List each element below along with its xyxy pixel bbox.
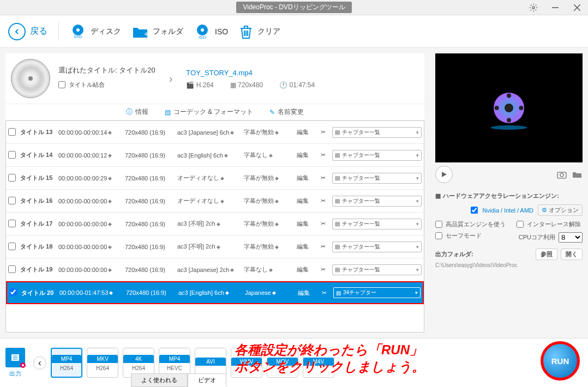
svg-point-9 <box>201 28 204 32</box>
edit-button[interactable]: 編集 <box>292 197 314 205</box>
codec-button[interactable]: ▤コーデック & フォーマット <box>165 107 254 117</box>
cut-icon[interactable]: ✂ <box>316 197 330 204</box>
format-card[interactable]: M4V <box>303 348 334 378</box>
edit-button[interactable]: 編集 <box>292 220 314 228</box>
minimize-button[interactable] <box>544 0 566 15</box>
subtitle-select[interactable]: 字幕が無効◆ <box>244 197 290 205</box>
row-checkbox[interactable] <box>8 220 16 227</box>
cut-icon[interactable]: ✂ <box>316 174 330 182</box>
edit-button[interactable]: 編集 <box>293 289 315 297</box>
cut-icon[interactable]: ✂ <box>317 289 331 297</box>
close-button[interactable] <box>566 0 588 15</box>
play-button[interactable] <box>435 166 453 183</box>
deinterlace-checkbox[interactable] <box>517 221 524 228</box>
output-codec: 🎬 H.264 <box>186 81 213 89</box>
table-row[interactable]: タイトル 17 00:00:00-00:00:00◆ 720x480 (16:9… <box>6 213 424 235</box>
folder-button[interactable]: + フォルダ <box>132 25 183 39</box>
hq-label: 高品質エンジンを使う <box>446 220 506 228</box>
row-checkbox[interactable] <box>8 128 16 136</box>
table-row[interactable]: タイトル 18 00:00:00-00:00:00◆ 720x480 (16:9… <box>6 235 424 258</box>
svg-text:ISO: ISO <box>199 35 206 40</box>
audio-select[interactable]: オーディオなし◆ <box>177 174 242 182</box>
audio-select[interactable]: オーディオなし◆ <box>177 197 242 205</box>
camera-icon[interactable] <box>556 170 567 179</box>
title-duration: 00:00:00-00:00:00◆ <box>58 221 123 227</box>
subtitle-select[interactable]: Japanese◆ <box>245 289 291 296</box>
chapter-button[interactable]: ▤チャプター一覧▾ <box>332 264 422 275</box>
disc-button[interactable]: DVD ディスク <box>70 23 121 40</box>
format-card[interactable]: MKVH264 <box>87 348 118 378</box>
chapter-button[interactable]: ▤チャプター一覧▾ <box>332 219 422 229</box>
scroll-left-button[interactable]: ‹ <box>33 356 46 370</box>
title-name: タイトル 17 <box>20 220 56 228</box>
cpu-cores-select[interactable]: 8 <box>559 232 583 243</box>
cut-icon[interactable]: ✂ <box>316 266 330 273</box>
chapter-button[interactable]: ▤チャプター一覧▾ <box>332 196 422 207</box>
clear-button[interactable]: クリア <box>239 24 280 39</box>
row-checkbox[interactable] <box>9 288 17 296</box>
subtitle-select[interactable]: 字幕が無効◆ <box>244 128 290 136</box>
table-row[interactable]: タイトル 16 00:00:00-00:00:00◆ 720x480 (16:9… <box>6 190 424 213</box>
hw-options-button[interactable]: ⚙オプション <box>538 204 583 216</box>
chapter-button[interactable]: ▤チャプター一覧▾ <box>332 150 422 161</box>
selected-title-label: 選ばれたタイトル: タイトル20 <box>58 65 155 75</box>
format-card[interactable]: WMV <box>231 348 262 378</box>
hw-vendors-checkbox[interactable] <box>471 207 478 214</box>
rename-button[interactable]: ✎名前変更 <box>269 107 304 117</box>
cut-icon[interactable]: ✂ <box>316 152 330 159</box>
subtitle-select[interactable]: 字幕なし◆ <box>244 151 290 159</box>
subtitle-select[interactable]: 字幕が無効◆ <box>244 174 290 182</box>
iso-button[interactable]: ISO ISO <box>194 23 228 40</box>
row-checkbox[interactable] <box>8 174 16 182</box>
tab-popular[interactable]: よく使われる <box>131 373 188 387</box>
subtitle-select[interactable]: 字幕なし◆ <box>244 265 290 274</box>
chapter-button[interactable]: ▤チャプター一覧▾ <box>332 127 422 138</box>
tab-video[interactable]: ビデオ <box>188 373 226 387</box>
edit-button[interactable]: 編集 <box>292 151 314 159</box>
format-card[interactable]: MOV <box>267 348 298 378</box>
svg-point-30 <box>22 364 24 366</box>
info-button[interactable]: ⓘ情報 <box>126 107 148 117</box>
merge-checkbox[interactable] <box>58 81 65 88</box>
subtitle-select[interactable]: 字幕が無効◆ <box>244 243 290 251</box>
audio-select[interactable]: ac3 [Japanese] 6ch◆ <box>177 129 242 136</box>
svg-point-0 <box>532 7 535 9</box>
back-label: 戻る <box>30 26 47 37</box>
browse-button[interactable]: 参照 <box>536 249 557 260</box>
table-row[interactable]: タイトル 13 00:00:00-00:00:14◆ 720x480 (16:9… <box>6 121 424 144</box>
audio-select[interactable]: ac3 [English] 6ch◆ <box>177 152 242 159</box>
cut-icon[interactable]: ✂ <box>316 129 330 136</box>
run-button[interactable]: RUN <box>541 341 580 380</box>
row-checkbox[interactable] <box>8 265 16 273</box>
chapter-button[interactable]: ▤チャプター一覧▾ <box>332 173 422 184</box>
table-row[interactable]: タイトル 20 00:00:00-01:47:53◆ 720x480 (16:9… <box>6 281 424 304</box>
format-name: M4V <box>303 358 334 366</box>
audio-select[interactable]: ac3 [English] 6ch◆ <box>178 289 243 296</box>
row-checkbox[interactable] <box>8 243 16 250</box>
back-button[interactable]: 戻る <box>8 23 47 40</box>
edit-button[interactable]: 編集 <box>292 243 314 251</box>
chapter-button[interactable]: ▤34チャプター▾ <box>333 287 421 298</box>
chapter-button[interactable]: ▤チャプター一覧▾ <box>332 241 422 252</box>
svg-text:+: + <box>144 29 148 38</box>
subtitle-select[interactable]: 字幕が無効◆ <box>244 220 290 228</box>
cut-icon[interactable]: ✂ <box>316 220 330 227</box>
safemode-checkbox[interactable] <box>435 232 442 239</box>
audio-select[interactable]: ac3 [不明] 2ch◆ <box>177 220 242 228</box>
audio-select[interactable]: ac3 [Japanese] 2ch◆ <box>177 267 242 273</box>
cut-icon[interactable]: ✂ <box>316 243 330 250</box>
row-checkbox[interactable] <box>8 151 16 159</box>
table-row[interactable]: タイトル 19 00:00:00-00:00:00◆ 720x480 (16:9… <box>6 258 424 281</box>
settings-icon[interactable] <box>523 0 544 15</box>
edit-button[interactable]: 編集 <box>292 174 314 182</box>
table-row[interactable]: タイトル 14 00:00:00-00:00:12◆ 720x480 (16:9… <box>6 144 424 167</box>
table-row[interactable]: タイトル 15 00:00:00-00:00:29◆ 720x480 (16:9… <box>6 167 424 190</box>
format-card[interactable]: MP4H264 <box>51 348 82 378</box>
hq-checkbox[interactable] <box>435 221 442 228</box>
edit-button[interactable]: 編集 <box>292 265 314 274</box>
edit-button[interactable]: 編集 <box>292 128 314 136</box>
open-folder-button[interactable]: 開く <box>561 249 583 260</box>
row-checkbox[interactable] <box>8 197 16 204</box>
folder-open-icon[interactable] <box>572 170 583 179</box>
audio-select[interactable]: ac3 [不明] 2ch◆ <box>177 243 242 251</box>
